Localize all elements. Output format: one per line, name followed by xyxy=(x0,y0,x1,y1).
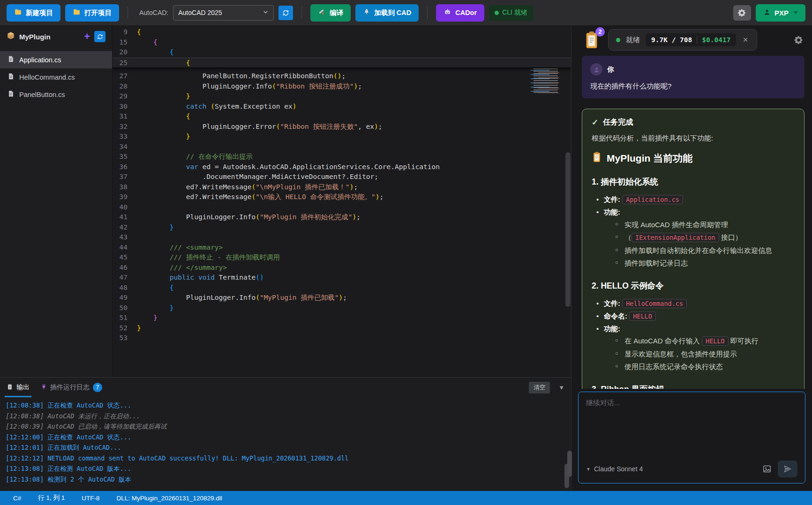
context-count-badge: 2 xyxy=(595,27,605,37)
sidebar-header: MyPlugin + xyxy=(0,26,112,47)
tab-output[interactable]: 输出 xyxy=(7,378,30,397)
collapse-panel-button[interactable]: ▼ xyxy=(558,384,564,391)
new-project-button[interactable]: 新建项目 xyxy=(7,4,60,22)
code-line[interactable]: 46 /// </summary> xyxy=(113,263,571,273)
chat-scrollbar-thumb[interactable] xyxy=(567,451,572,477)
tab-plugin-log[interactable]: 插件运行日志 7 xyxy=(41,378,102,397)
new-project-label: 新建项目 xyxy=(26,8,53,17)
load-to-cad-label: 加载到 CAD xyxy=(374,8,411,17)
task-sub-item: 实现 AutoCAD 插件生命周期管理 xyxy=(615,220,795,230)
code-line[interactable]: 34 xyxy=(113,142,571,152)
autocad-version-value: AutoCAD 2025 xyxy=(178,9,222,16)
chat-input-box[interactable]: 继续对话... ▼ Claude Sonnet 4 xyxy=(578,392,805,483)
code-line[interactable]: 48 { xyxy=(113,283,571,293)
code-line[interactable]: 15 { xyxy=(113,37,571,48)
file-item[interactable]: Application.cs xyxy=(0,51,112,68)
code-chip: Application.cs xyxy=(622,195,683,204)
clear-output-button[interactable]: 清空 xyxy=(529,382,550,394)
code-line[interactable]: 38 ed?.WriteMessage("\nMyPlugin 插件已加载！")… xyxy=(113,182,571,193)
model-selector[interactable]: ▼ Claude Sonnet 4 xyxy=(586,465,643,473)
language-indicator[interactable]: C# xyxy=(13,495,21,502)
code-line[interactable]: 49 PluginLogger.Info("MyPlugin 插件已卸载"); xyxy=(113,293,571,303)
code-line[interactable]: 45 /// 插件终止 - 在插件卸载时调用 xyxy=(113,252,571,263)
code-line[interactable]: 47 public void Terminate() xyxy=(113,273,571,283)
cursor-position[interactable]: 行 1, 列 1 xyxy=(38,494,65,502)
user-icon xyxy=(763,8,771,17)
code-line[interactable]: 50 } xyxy=(113,303,571,313)
task-list-item: 功能: 在 AutoCAD 命令行输入 HELLO 即可执行显示欢迎信息框，包含… xyxy=(595,323,795,372)
log-line: [12:12:12] NETLOAD command sent to AutoC… xyxy=(6,453,565,464)
send-button[interactable] xyxy=(778,460,797,477)
code-line[interactable]: 40 xyxy=(113,202,571,213)
hammer-icon xyxy=(318,8,326,17)
log-line: [12:08:38] AutoCAD 未运行，正在启动... xyxy=(6,411,565,422)
refresh-autocad-button[interactable] xyxy=(278,6,293,20)
code-line[interactable]: 52} xyxy=(113,323,571,334)
user-message: 你 现在的插件有什么功能呢? xyxy=(582,56,804,98)
status-bar: C# 行 1, 列 1 UTF-8 DLL: MyPlugin_20260131… xyxy=(0,491,812,505)
log-line: [12:12:01] 正在加载到 AutoCAD... xyxy=(6,442,565,453)
toolbar-separator xyxy=(301,7,302,19)
code-line[interactable]: 37 .DocumentManager.MdiActiveDocument?.E… xyxy=(113,172,571,182)
code-line[interactable]: 35 // 在命令行输出提示 xyxy=(113,152,571,162)
code-line[interactable]: 31 { xyxy=(113,111,571,122)
editor-scrollbar-thumb[interactable] xyxy=(565,152,571,307)
code-line[interactable]: 44 /// <summary> xyxy=(113,243,571,253)
chat-messages[interactable]: 你 现在的插件有什么功能呢? ✓ 任务完成 根据代码分析，当前插件具有以下功能:… xyxy=(571,54,812,389)
code-line[interactable]: 51 } xyxy=(113,313,571,323)
session-status-pill: 就绪 9.7K / 708 $0.0417 × xyxy=(608,29,757,51)
compile-button[interactable]: 编译 xyxy=(310,4,351,22)
attach-image-button[interactable] xyxy=(762,464,772,474)
code-chip: HelloCommand.cs xyxy=(622,299,687,308)
chat-settings-button[interactable] xyxy=(794,35,804,45)
project-title: MyPlugin xyxy=(19,33,80,41)
open-project-button[interactable]: 打开项目 xyxy=(65,4,119,22)
code-line[interactable]: 25 { xyxy=(113,58,571,68)
code-chip: HELLO xyxy=(702,336,729,346)
output-log[interactable]: [12:08:38] 正在检查 AutoCAD 状态...[12:08:38] … xyxy=(0,397,571,491)
code-line[interactable]: 36 var ed = Autodesk.AutoCAD.Application… xyxy=(113,162,571,172)
close-session-button[interactable]: × xyxy=(742,35,749,45)
code-line[interactable]: 20 { xyxy=(113,47,571,58)
send-icon xyxy=(783,465,792,473)
code-line[interactable]: 39 ed?.WriteMessage("\n输入 HELLO 命令测试插件功能… xyxy=(113,192,571,202)
clipboard-icon xyxy=(592,151,602,165)
image-icon xyxy=(762,464,772,474)
code-line[interactable]: 41 PluginLogger.Info("MyPlugin 插件初始化完成")… xyxy=(113,212,571,223)
code-line[interactable]: 27 PanelButton.RegisterRibbonButton(); xyxy=(113,71,571,82)
load-to-cad-button[interactable]: 加载到 CAD xyxy=(355,4,419,22)
gear-icon xyxy=(794,35,804,45)
code-line[interactable]: 43 xyxy=(113,232,571,243)
session-status-label: 就绪 xyxy=(626,36,640,45)
code-line[interactable]: 32 PluginLogger.Error("Ribbon 按钮注册失败", e… xyxy=(113,122,571,132)
file-item[interactable]: PanelButton.cs xyxy=(0,86,112,103)
code-line[interactable]: 9{ xyxy=(113,27,571,37)
code-line[interactable]: 33 } xyxy=(113,132,571,142)
autocad-version-select[interactable]: AutoCAD 2025 xyxy=(173,5,274,21)
file-list: Application.csHelloCommand.csPanelButton… xyxy=(0,51,112,103)
output-panel: 输出 插件运行日志 7 清空 ▼ [12:08:38] 正在检查 AutoCAD… xyxy=(0,377,571,491)
code-line[interactable]: 29 } xyxy=(113,91,571,102)
log-line: [12:13:08] 检测到 2 个 AutoCAD 版本 xyxy=(6,474,565,485)
file-item[interactable]: HelloCommand.cs xyxy=(0,68,112,86)
model-name: Claude Sonnet 4 xyxy=(594,465,643,473)
code-line[interactable]: 30 catch (System.Exception ex) xyxy=(113,102,571,112)
encoding-indicator[interactable]: UTF-8 xyxy=(82,495,99,502)
task-result-card: ✓ 任务完成 根据代码分析，当前插件具有以下功能: MyPlugin 当前功能 … xyxy=(582,109,804,389)
refresh-files-button[interactable] xyxy=(94,31,105,42)
toolbar-separator xyxy=(427,7,428,19)
code-chip: HELLO xyxy=(629,312,656,321)
cador-label: CADor xyxy=(455,9,477,16)
code-line[interactable]: 42 } xyxy=(113,223,571,233)
task-section-title: 1. 插件初始化系统 xyxy=(592,176,795,187)
code-line[interactable]: 28 PluginLogger.Info("Ribbon 按钮注册成功"); xyxy=(113,82,571,92)
cador-button[interactable]: CADor xyxy=(436,4,484,22)
context-files-indicator[interactable]: 2 xyxy=(584,30,601,49)
code-line[interactable]: 53 xyxy=(113,333,571,343)
chevron-down-icon xyxy=(793,11,798,14)
settings-button[interactable] xyxy=(733,5,751,21)
user-menu-button[interactable]: PXP xyxy=(756,4,805,22)
code-editor[interactable]: 9{15 {20 {25 { 27 PanelButton.RegisterRi… xyxy=(113,26,571,377)
add-file-button[interactable]: + xyxy=(84,31,90,42)
user-avatar xyxy=(590,63,602,75)
